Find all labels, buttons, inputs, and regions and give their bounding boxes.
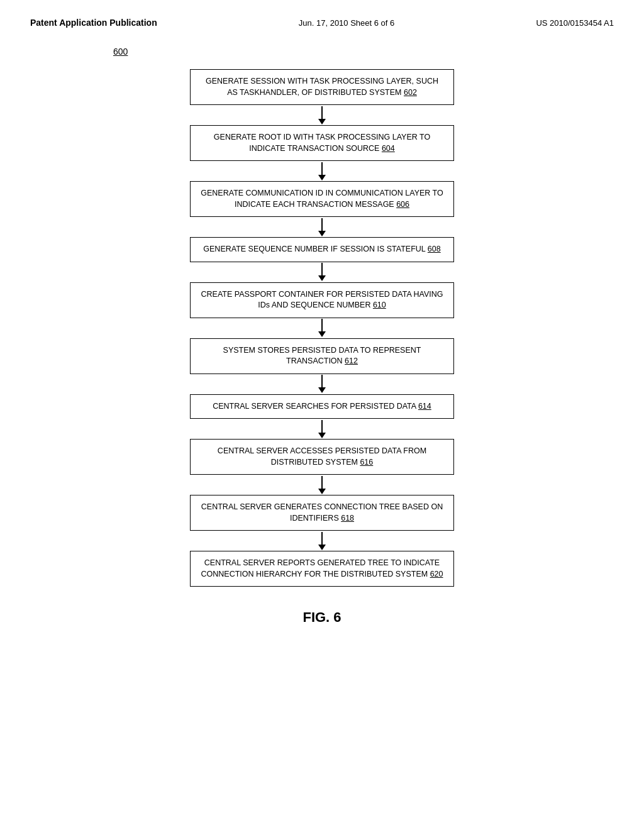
diagram-label: 600 — [113, 47, 128, 57]
flow-box-614: CENTRAL SERVER SEARCHES FOR PERSISTED DA… — [190, 394, 454, 419]
step-num-606: 606 — [396, 200, 409, 209]
flow-box-602: GENERATE SESSION WITH TASK PROCESSING LA… — [190, 69, 454, 105]
arrow-610 — [318, 318, 326, 338]
arrow-line — [321, 263, 323, 275]
flow-box-610: CREATE PASSPORT CONTAINER FOR PERSISTED … — [190, 282, 454, 318]
arrow-head — [318, 275, 326, 281]
flow-box-608: GENERATE SEQUENCE NUMBER IF SESSION IS S… — [190, 237, 454, 262]
header-patent-number: US 2010/0153454 A1 — [536, 18, 614, 28]
arrow-head — [318, 331, 326, 337]
arrow-head — [318, 387, 326, 393]
arrow-602 — [318, 105, 326, 125]
step-num-614: 614 — [418, 402, 431, 411]
step-num-608: 608 — [428, 245, 441, 253]
header-publication-label: Patent Application Publication — [30, 18, 157, 28]
step-num-618: 618 — [341, 514, 354, 523]
step-num-604: 604 — [382, 144, 395, 153]
arrow-line — [321, 532, 323, 545]
step-num-620: 620 — [430, 570, 443, 578]
arrow-line — [321, 218, 323, 231]
arrow-606 — [318, 217, 326, 237]
arrow-head — [318, 433, 326, 438]
arrow-618 — [318, 531, 326, 551]
arrow-line — [321, 420, 323, 433]
arrow-head — [318, 175, 326, 180]
arrow-604 — [318, 161, 326, 181]
flow-box-620: CENTRAL SERVER REPORTS GENERATED TREE TO… — [190, 551, 454, 587]
step-num-612: 612 — [345, 357, 358, 365]
step-num-616: 616 — [360, 458, 373, 467]
step-num-610: 610 — [373, 301, 386, 309]
arrow-head — [318, 545, 326, 550]
arrow-616 — [318, 475, 326, 495]
arrow-line — [321, 162, 323, 175]
step-num-602: 602 — [404, 88, 417, 97]
arrow-line — [321, 476, 323, 489]
arrow-612 — [318, 374, 326, 394]
arrow-line — [321, 375, 323, 387]
arrow-head — [318, 119, 326, 124]
page-header: Patent Application Publication Jun. 17, … — [0, 0, 644, 34]
flow-box-606: GENERATE COMMUNICATION ID IN COMMUNICATI… — [190, 181, 454, 217]
flow-box-604: GENERATE ROOT ID WITH TASK PROCESSING LA… — [190, 125, 454, 161]
flow-box-612: SYSTEM STORES PERSISTED DATA TO REPRESEN… — [190, 338, 454, 374]
figure-label: FIG. 6 — [303, 609, 341, 626]
flow-box-618: CENTRAL SERVER GENERATES CONNECTION TREE… — [190, 495, 454, 531]
header-date-sheet: Jun. 17, 2010 Sheet 6 of 6 — [299, 18, 395, 28]
flow-box-616: CENTRAL SERVER ACCESSES PERSISTED DATA F… — [190, 439, 454, 475]
arrow-head — [318, 231, 326, 236]
diagram-area: 600 GENERATE SESSION WITH TASK PROCESSIN… — [0, 34, 644, 651]
arrow-line — [321, 319, 323, 331]
arrow-608 — [318, 262, 326, 282]
arrow-head — [318, 489, 326, 494]
arrow-line — [321, 106, 323, 119]
arrow-614 — [318, 419, 326, 439]
flow-container: GENERATE SESSION WITH TASK PROCESSING LA… — [190, 69, 454, 587]
